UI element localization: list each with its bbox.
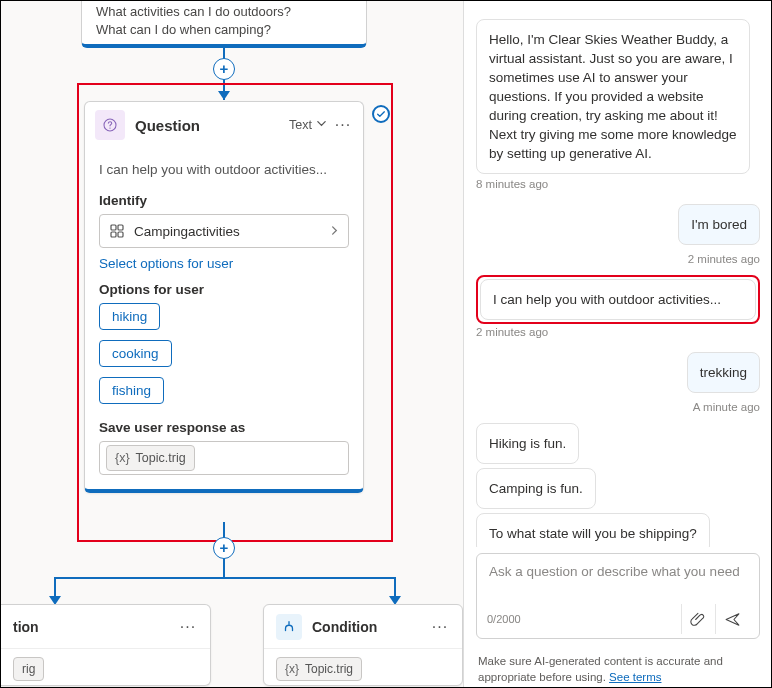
variable-icon: {x} <box>285 662 299 676</box>
branch-icon <box>276 614 302 640</box>
connector-branch <box>54 577 394 579</box>
send-icon <box>724 611 741 628</box>
timestamp: 8 minutes ago <box>476 178 760 190</box>
trigger-phrase: What can I do when camping? <box>96 21 352 39</box>
node-title: Question <box>135 117 289 134</box>
option-chip-fishing[interactable]: fishing <box>99 377 164 404</box>
variable-name: Topic.trig <box>136 451 186 465</box>
chat-input[interactable] <box>487 562 749 600</box>
response-type-label: Text <box>289 118 312 132</box>
response-type-dropdown[interactable]: Text <box>289 118 327 132</box>
identify-entity-picker[interactable]: Campingactivities <box>99 214 349 248</box>
variable-chip[interactable]: {x} Topic.trig <box>276 657 362 681</box>
option-chip-cooking[interactable]: cooking <box>99 340 172 367</box>
timestamp: 2 minutes ago <box>476 253 760 265</box>
bot-message: Camping is fun. <box>476 468 596 509</box>
node-more-menu[interactable]: ··· <box>333 116 353 134</box>
svg-rect-3 <box>118 225 123 230</box>
bot-message: Hello, I'm Clear Skies Weather Buddy, a … <box>476 19 750 174</box>
save-variable-field[interactable]: {x} Topic.trig <box>99 441 349 475</box>
node-title: tion <box>13 619 178 635</box>
char-counter: 0/2000 <box>487 613 681 625</box>
svg-rect-2 <box>111 225 116 230</box>
node-title: Condition <box>312 619 430 635</box>
chat-composer[interactable]: 0/2000 <box>476 553 760 639</box>
attach-button[interactable] <box>681 604 715 634</box>
chevron-right-icon <box>329 224 340 239</box>
node-valid-check-icon <box>372 105 390 123</box>
question-icon <box>95 110 125 140</box>
arrow-down-icon <box>218 91 230 100</box>
test-chat-panel: Hello, I'm Clear Skies Weather Buddy, a … <box>464 1 772 687</box>
bot-message: To what state will you be shipping? <box>476 513 710 547</box>
select-options-link[interactable]: Select options for user <box>99 256 233 271</box>
identify-entity-name: Campingactivities <box>134 224 240 239</box>
trigger-phrase: What activities can I do outdoors? <box>96 3 352 21</box>
add-node-button[interactable]: + <box>213 537 235 559</box>
timestamp: A minute ago <box>476 401 760 413</box>
add-node-button[interactable]: + <box>213 58 235 80</box>
user-message: trekking <box>687 352 760 393</box>
option-chip-hiking[interactable]: hiking <box>99 303 160 330</box>
svg-rect-4 <box>111 232 116 237</box>
entity-icon <box>108 224 126 238</box>
variable-name: rig <box>22 662 35 676</box>
user-message: I'm bored <box>678 204 760 245</box>
bot-message[interactable]: I can help you with outdoor activities..… <box>480 279 756 320</box>
condition-node[interactable]: Condition ··· {x} Topic.trig <box>263 604 463 686</box>
variable-name: Topic.trig <box>305 662 353 676</box>
see-terms-link[interactable]: See terms <box>609 671 661 683</box>
authoring-canvas[interactable]: What activities can I do outdoors? What … <box>1 1 463 687</box>
node-more-menu[interactable]: ··· <box>430 618 450 636</box>
save-as-label: Save user response as <box>99 420 349 435</box>
variable-chip[interactable]: rig <box>13 657 44 681</box>
condition-node[interactable]: tion ··· rig <box>1 604 211 686</box>
ai-disclaimer: Make sure AI-generated content is accura… <box>464 645 772 687</box>
chevron-down-icon <box>316 118 327 132</box>
timestamp: 2 minutes ago <box>476 326 760 338</box>
options-label: Options for user <box>99 282 349 297</box>
paperclip-icon <box>690 611 707 628</box>
svg-rect-5 <box>118 232 123 237</box>
bot-message: Hiking is fun. <box>476 423 579 464</box>
question-message[interactable]: I can help you with outdoor activities..… <box>99 162 349 177</box>
chat-transcript[interactable]: Hello, I'm Clear Skies Weather Buddy, a … <box>464 1 772 547</box>
variable-icon: {x} <box>115 451 130 465</box>
trigger-phrases-card[interactable]: What activities can I do outdoors? What … <box>81 1 367 48</box>
send-button[interactable] <box>715 604 749 634</box>
identify-label: Identify <box>99 193 349 208</box>
node-more-menu[interactable]: ··· <box>178 618 198 636</box>
variable-chip[interactable]: {x} Topic.trig <box>106 445 195 471</box>
question-node[interactable]: Question Text ··· I can help you with ou… <box>84 101 364 493</box>
traced-message-highlight: I can help you with outdoor activities..… <box>476 275 760 324</box>
svg-point-1 <box>109 127 110 128</box>
